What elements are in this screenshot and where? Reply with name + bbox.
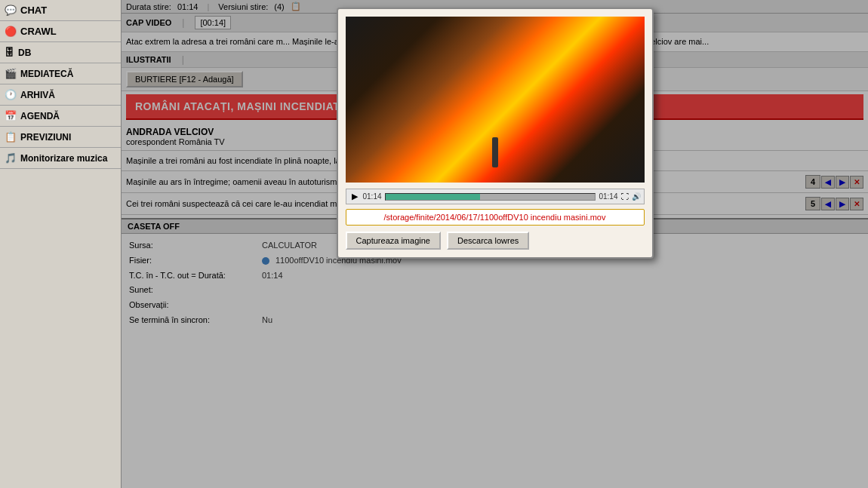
modal-file-path: /storage/finite/2014/06/17/1100offDV10 i… [346,209,645,226]
download-lowres-button[interactable]: Descarca lowres [447,232,529,250]
play-pause-button[interactable]: ▶ [349,191,360,202]
modal-overlay: ▶ 01:14 01:14 ⛶ 🔊 /storage/finite/2014/0… [122,0,868,488]
agenda-icon: 📅 [5,110,17,121]
sidebar-label-db: DB [18,48,31,58]
sidebar-item-chat[interactable]: 💬 CHAT [0,0,121,21]
sidebar-label-monitorizare: Monitorizare muzica [20,153,107,164]
sidebar-item-mediateca[interactable]: 🎬 MEDIATECĂ [0,63,121,84]
sidebar-label-agenda: AGENDĂ [20,111,60,121]
volume-button[interactable]: 🔊 [632,192,641,201]
sidebar-item-crawl[interactable]: 🔴 CRAWL [0,21,121,42]
sidebar-item-arhiva[interactable]: 🕐 ARHIVĂ [0,84,121,106]
chat-icon: 💬 [5,5,17,16]
mediateca-icon: 🎬 [5,68,17,79]
sidebar-label-chat: CHAT [20,5,47,16]
sidebar-label-mediateca: MEDIATECĂ [20,69,73,79]
modal-video-player: ▶ 01:14 01:14 ⛶ 🔊 /storage/finite/2014/0… [337,8,654,259]
tc-start-display: 01:14 [363,192,382,201]
modal-video-area [346,17,645,183]
sidebar-item-monitorizare[interactable]: 🎵 Monitorizare muzica [0,148,121,169]
tc-end-display: 01:14 [599,192,617,201]
arhiva-icon: 🕐 [5,89,17,100]
sidebar-label-crawl: CRAWL [20,26,57,37]
main-content: Durata stire: 01:14 | Versiuni stire: (4… [122,0,868,488]
progress-fill [386,194,480,200]
music-icon: 🎵 [5,152,17,164]
db-icon: 🗄 [5,47,14,58]
sidebar-item-db[interactable]: 🗄 DB [0,42,121,63]
modal-actions: Captureaza imagine Descarca lowres [346,232,645,250]
video-progress-bar[interactable] [385,193,596,201]
previziuni-icon: 📋 [5,131,17,143]
fullscreen-button[interactable]: ⛶ [621,192,629,201]
sidebar: 💬 CHAT 🔴 CRAWL 🗄 DB 🎬 MEDIATECĂ 🕐 ARHIVĂ… [0,0,122,488]
sidebar-label-previziuni: PREVIZIUNI [20,132,71,143]
fire-video-frame [346,17,645,183]
sidebar-item-previziuni[interactable]: 📋 PREVIZIUNI [0,127,121,148]
modal-controls: ▶ 01:14 01:14 ⛶ 🔊 [346,189,645,204]
crawl-icon: 🔴 [5,26,17,37]
sidebar-item-agenda[interactable]: 📅 AGENDĂ [0,106,121,127]
capture-image-button[interactable]: Captureaza imagine [346,232,441,250]
sidebar-label-arhiva: ARHIVĂ [20,90,55,100]
